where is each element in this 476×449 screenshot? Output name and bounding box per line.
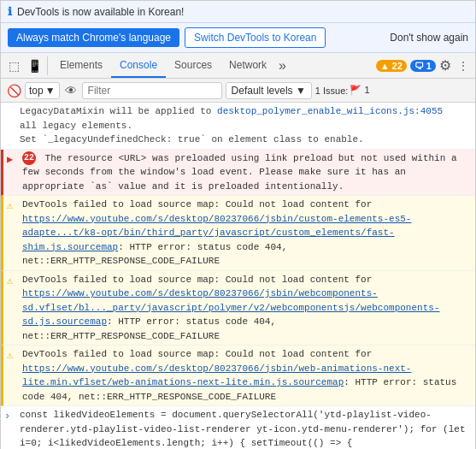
- toolbar-icons: ⬚ 📱: [4, 56, 48, 75]
- tab-sources[interactable]: Sources: [166, 53, 220, 78]
- filter-context-chevron: ▼: [45, 85, 56, 97]
- device-icon[interactable]: 📱: [25, 56, 44, 75]
- console-line-warn1: ⚠ DevTools failed to load source map: Co…: [1, 196, 475, 271]
- warn-icon: ⚠: [7, 198, 13, 214]
- console-text3: Set `_legacyUndefinedCheck: true` on ele…: [20, 134, 364, 145]
- issue-badge[interactable]: 1 Issue: 🚩 1: [315, 85, 370, 96]
- tab-more-icon[interactable]: »: [275, 58, 290, 74]
- console-line: LegacyDataMixin will be applied to deskt…: [1, 103, 475, 150]
- console-output: LegacyDataMixin will be applied to deskt…: [1, 103, 475, 449]
- console-line-warn2: ⚠ DevTools failed to load source map: Co…: [1, 271, 475, 346]
- file-ref-link[interactable]: desktop_polymer_enable_wil_icons.js:4055: [217, 106, 443, 116]
- eye-filter-button[interactable]: 👁: [63, 84, 79, 97]
- log-levels-dropdown[interactable]: Default levels ▼: [226, 82, 312, 99]
- messages-badge[interactable]: 🗨 1: [410, 60, 436, 72]
- more-menu-icon[interactable]: ⋮: [455, 60, 472, 72]
- dont-show-link[interactable]: Don't show again: [390, 32, 468, 44]
- tab-console[interactable]: Console: [111, 53, 166, 78]
- info-bar: ℹ DevTools is now available in Korean!: [1, 1, 475, 23]
- console-text: LegacyDataMixin will be applied to: [20, 106, 217, 116]
- cmd-icon: ›: [4, 409, 10, 424]
- console-line-error: ▶ 22 The resource <URL> was preloaded us…: [1, 150, 475, 197]
- console-toolbar-left: 🚫 top ▼ 👁 Default levels ▼ 1 Issue: 🚩 1: [6, 82, 370, 99]
- issue-count: 🚩 1: [350, 85, 369, 96]
- clear-console-button[interactable]: 🚫: [6, 83, 21, 98]
- filter-context-label: top: [29, 85, 44, 97]
- filter-input[interactable]: [82, 82, 222, 99]
- warn-icon2: ⚠: [7, 274, 13, 289]
- warn-text2: DevTools failed to load source map: Coul…: [22, 275, 372, 285]
- console-error-text: The resource <URL> was preloaded using l…: [22, 153, 457, 192]
- switch-language-button[interactable]: Switch DevTools to Korean: [185, 27, 326, 48]
- error-count-badge: 22: [22, 151, 36, 165]
- warn-text3: DevTools failed to load source map: Coul…: [22, 349, 372, 359]
- devtools-toolbar: ⬚ 📱 Elements Console Sources Network » ▲…: [1, 53, 475, 79]
- warn-text1: DevTools failed to load source map: Coul…: [22, 199, 372, 210]
- lang-bar: Always match Chrome's language Switch De…: [1, 23, 475, 53]
- error-icon: ▶: [7, 152, 13, 168]
- console-line-warn3: ⚠ DevTools failed to load source map: Co…: [1, 346, 475, 406]
- console-line-cmd: › const likedVideoElements = document.qu…: [1, 406, 475, 449]
- settings-icon[interactable]: ⚙: [439, 57, 451, 74]
- match-language-button[interactable]: Always match Chrome's language: [8, 28, 179, 47]
- warn-icon3: ⚠: [7, 348, 13, 363]
- issue-label: 1 Issue:: [315, 86, 349, 96]
- tab-network[interactable]: Network: [220, 53, 275, 78]
- filter-context-dropdown[interactable]: top ▼: [25, 82, 60, 99]
- info-icon: ℹ: [8, 5, 12, 18]
- console-text2: all legacy elements.: [20, 121, 132, 131]
- tab-elements[interactable]: Elements: [51, 53, 111, 78]
- tab-list: Elements Console Sources Network »: [51, 53, 290, 78]
- console-toolbar: 🚫 top ▼ 👁 Default levels ▼ 1 Issue: 🚩 1: [1, 79, 475, 103]
- warnings-badge[interactable]: ▲ 22: [376, 60, 407, 72]
- cmd-text: const likedVideoElements = document.quer…: [20, 410, 466, 449]
- toolbar-right: ▲ 22 🗨 1 ⚙ ⋮: [376, 57, 472, 74]
- inspect-icon[interactable]: ⬚: [4, 56, 23, 75]
- info-message: DevTools is now available in Korean!: [17, 6, 184, 18]
